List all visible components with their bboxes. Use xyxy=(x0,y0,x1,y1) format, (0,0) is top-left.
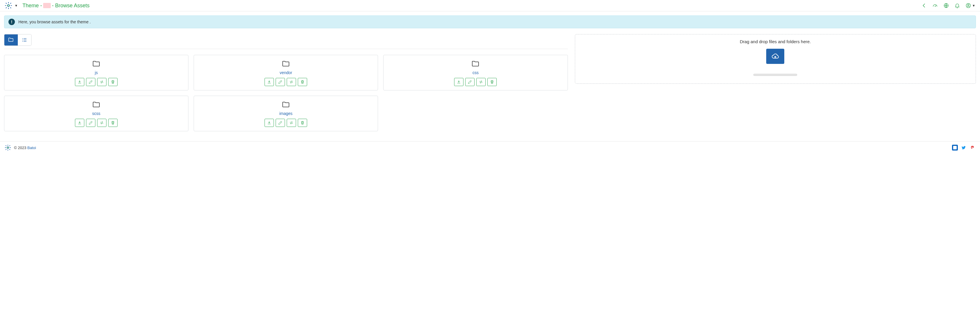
info-icon: ! xyxy=(8,19,15,25)
delete-button[interactable] xyxy=(298,78,307,86)
footer-copyright: © 2023 Batoi xyxy=(14,145,36,150)
folder-name-link[interactable]: js xyxy=(95,70,98,75)
info-banner-text: Here, you browse assets for the theme . xyxy=(18,19,91,24)
folder-name-link[interactable]: css xyxy=(473,70,479,75)
app-logo[interactable] xyxy=(5,2,12,10)
folder-name-link[interactable]: vendor xyxy=(280,70,292,75)
delete-button[interactable] xyxy=(487,78,497,86)
folder-name-link[interactable]: scss xyxy=(92,111,100,116)
folder-actions xyxy=(8,78,185,86)
footer-right xyxy=(952,145,975,150)
page-title-suffix: - Browse Assets xyxy=(52,3,89,9)
download-button[interactable] xyxy=(264,78,274,86)
folder-actions xyxy=(8,119,185,127)
topbar-right: ▼ xyxy=(921,3,975,8)
move-button[interactable] xyxy=(97,78,107,86)
user-menu-caret: ▼ xyxy=(972,4,975,7)
folder-actions xyxy=(197,78,374,86)
topbar: ▼ Theme - - Browse Assets ▼ xyxy=(0,0,980,11)
folder-card: vendor xyxy=(194,55,378,91)
delete-button[interactable] xyxy=(108,78,118,86)
folder-name-link[interactable]: images xyxy=(279,111,293,116)
page-title: Theme - - Browse Assets xyxy=(22,3,89,9)
footer-logo-icon xyxy=(5,144,11,151)
user-menu[interactable]: ▼ xyxy=(966,3,975,8)
main: ! Here, you browse assets for the theme … xyxy=(0,11,980,136)
globe-icon[interactable] xyxy=(943,3,949,8)
dropzone[interactable]: Drag and drop files and folders here. xyxy=(575,34,976,84)
download-button[interactable] xyxy=(75,78,84,86)
folder-card: scss xyxy=(4,96,188,131)
view-toggle xyxy=(4,34,32,46)
folder-icon xyxy=(197,60,374,67)
dropzone-text: Drag and drop files and folders here. xyxy=(581,39,970,44)
info-banner: ! Here, you browse assets for the theme … xyxy=(4,16,976,28)
edit-button[interactable] xyxy=(86,78,95,86)
topbar-left: ▼ Theme - - Browse Assets xyxy=(5,2,89,10)
download-button[interactable] xyxy=(454,78,463,86)
download-button[interactable] xyxy=(75,119,84,127)
content-row: jsvendorcssscssimages Drag and drop file… xyxy=(4,34,976,131)
folder-card: css xyxy=(383,55,568,91)
footer: © 2023 Batoi xyxy=(0,141,980,154)
twitter-icon[interactable] xyxy=(961,145,967,150)
move-button[interactable] xyxy=(476,78,485,86)
edit-button[interactable] xyxy=(275,78,285,86)
bell-icon[interactable] xyxy=(955,3,960,8)
delete-button[interactable] xyxy=(298,119,307,127)
back-button[interactable] xyxy=(921,3,927,8)
footer-brand-link[interactable]: Batoi xyxy=(27,145,36,150)
theme-name-redacted xyxy=(43,3,51,8)
folder-icon xyxy=(8,60,185,67)
upload-panel: Drag and drop files and folders here. xyxy=(575,34,976,84)
edit-button[interactable] xyxy=(86,119,95,127)
list-view-button[interactable] xyxy=(18,34,31,46)
edit-button[interactable] xyxy=(465,78,474,86)
mastodon-icon[interactable] xyxy=(969,145,975,150)
footer-left: © 2023 Batoi xyxy=(5,144,36,151)
folder-card: js xyxy=(4,55,188,91)
page-title-prefix: Theme - xyxy=(22,3,42,9)
delete-button[interactable] xyxy=(108,119,118,127)
move-button[interactable] xyxy=(287,119,296,127)
linkedin-icon[interactable] xyxy=(952,145,958,150)
download-button[interactable] xyxy=(264,119,274,127)
grid-view-button[interactable] xyxy=(5,34,18,46)
folder-card: images xyxy=(194,96,378,131)
upload-progress xyxy=(753,74,797,76)
user-icon xyxy=(966,3,971,8)
folder-actions xyxy=(197,119,374,127)
app-menu-caret[interactable]: ▼ xyxy=(14,4,18,7)
asset-browser: jsvendorcssscssimages xyxy=(4,34,568,131)
dashboard-icon[interactable] xyxy=(932,3,938,8)
footer-copyright-prefix: © 2023 xyxy=(14,145,27,150)
move-button[interactable] xyxy=(97,119,107,127)
upload-button[interactable] xyxy=(766,49,784,64)
edit-button[interactable] xyxy=(275,119,285,127)
folder-icon xyxy=(197,101,374,108)
folder-actions xyxy=(387,78,564,86)
folder-grid: jsvendorcssscssimages xyxy=(4,55,568,131)
folder-icon xyxy=(8,101,185,108)
folder-icon xyxy=(387,60,564,67)
move-button[interactable] xyxy=(287,78,296,86)
